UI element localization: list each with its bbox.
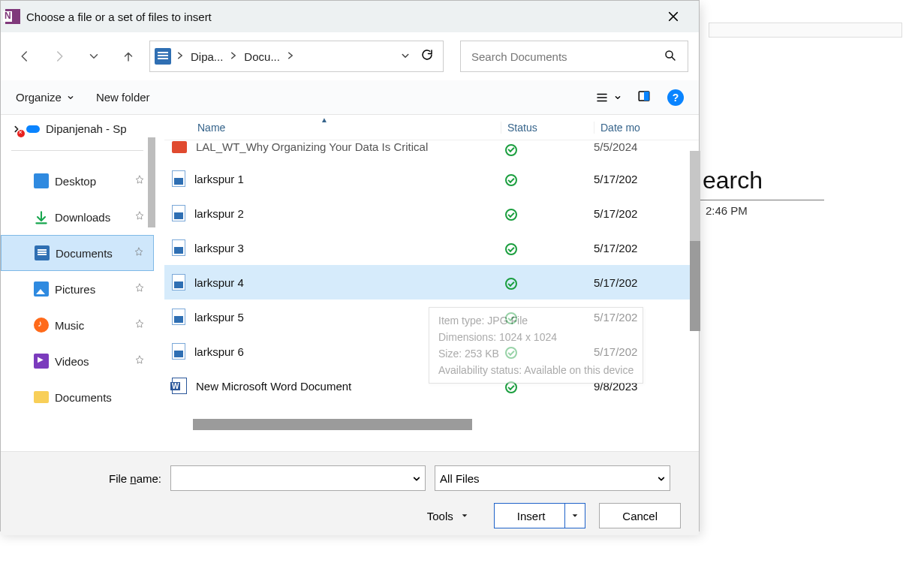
bg-title-fragment: earch: [703, 167, 763, 194]
forward-button[interactable]: [46, 43, 73, 70]
breadcrumb-seg-1[interactable]: Docu...: [242, 49, 281, 65]
close-button[interactable]: [657, 3, 690, 30]
sort-indicator-icon: ▲: [321, 116, 328, 124]
file-name: larkspur 2: [194, 207, 244, 220]
file-row[interactable]: larkspur 25/17/202: [164, 196, 699, 230]
back-button[interactable]: [11, 43, 38, 70]
image-file-icon: [172, 205, 185, 221]
file-list: Name ▲ Status Date mo LAL_WT_Why Organiz…: [154, 115, 699, 451]
tree-item-videos[interactable]: Videos: [1, 343, 154, 379]
pin-icon: [134, 283, 145, 296]
tree-item-label: Pictures: [55, 283, 95, 296]
tree-item-label: Desktop: [55, 175, 96, 188]
col-status[interactable]: Status: [501, 122, 594, 134]
file-name: larkspur 3: [194, 242, 244, 254]
image-file-icon: [172, 274, 185, 291]
status-available-icon: [505, 174, 517, 186]
status-available-icon: [505, 243, 517, 255]
new-folder-button[interactable]: New folder: [96, 91, 150, 104]
bg-divider: [698, 200, 824, 200]
docs-icon: [35, 245, 50, 260]
location-icon: [155, 48, 171, 65]
pin-icon: [134, 319, 145, 332]
address-bar[interactable]: Dipa... Docu...: [149, 41, 444, 72]
file-type-filter[interactable]: All Files: [435, 465, 670, 491]
file-name: LAL_WT_Why Organizing Your Data Is Criti…: [196, 140, 428, 153]
status-available-icon: [505, 209, 517, 221]
organize-menu[interactable]: Organize: [16, 91, 74, 104]
file-row[interactable]: LAL_WT_Why Organizing Your Data Is Criti…: [164, 140, 699, 161]
preview-pane-toggle[interactable]: [637, 89, 651, 106]
chevron-down-icon[interactable]: [413, 472, 420, 485]
folder-icon: [34, 391, 49, 403]
vertical-scrollbar-thumb[interactable]: [690, 241, 700, 331]
file-name: larkspur 6: [194, 345, 244, 358]
cloud-icon: [25, 124, 41, 134]
help-button[interactable]: ?: [667, 89, 684, 106]
breadcrumb-seg-0[interactable]: Dipa...: [189, 49, 224, 65]
recent-dropdown[interactable]: [80, 43, 107, 70]
bg-timestamp: 2:46 PM: [706, 204, 748, 217]
file-row[interactable]: larkspur 15/17/202: [164, 161, 699, 196]
file-row[interactable]: larkspur 45/17/202: [164, 265, 699, 300]
tree-divider: [11, 150, 143, 151]
insert-split-dropdown[interactable]: [564, 504, 585, 528]
pics-icon: [34, 281, 49, 297]
account-label: Dipanjenah - Sp: [46, 122, 127, 135]
tree-item-documents[interactable]: Documents: [1, 235, 154, 271]
file-date: 5/17/202: [594, 207, 699, 220]
column-headers: Name ▲ Status Date mo: [164, 115, 699, 140]
tree-item-downloads[interactable]: Downloads: [1, 199, 154, 235]
word-file-icon: [172, 378, 187, 394]
pin-icon: [134, 247, 144, 260]
file-date: 5/17/202: [594, 242, 699, 254]
file-row[interactable]: larkspur 35/17/202: [164, 230, 699, 265]
pin-icon: [134, 175, 145, 188]
tree-item-pictures[interactable]: Pictures: [1, 271, 154, 307]
tree-item-documents[interactable]: Documents: [1, 379, 154, 415]
chevron-right-icon[interactable]: [229, 50, 238, 63]
chevron-down-icon[interactable]: [658, 472, 665, 485]
cancel-button[interactable]: Cancel: [599, 503, 681, 528]
pin-icon: [134, 211, 145, 224]
file-date: 5/17/202: [594, 173, 699, 185]
tree-item-label: Documents: [55, 391, 112, 404]
file-name-input[interactable]: [170, 465, 426, 491]
tree-item-music[interactable]: Music: [1, 307, 154, 343]
onedrive-account[interactable]: Dipanjenah - Sp: [1, 119, 154, 138]
view-menu[interactable]: [595, 91, 621, 104]
file-name: New Microsoft Word Document: [196, 380, 351, 393]
bg-ribbon: [709, 23, 902, 38]
chevron-right-icon[interactable]: [176, 50, 185, 63]
address-history-dropdown[interactable]: [401, 50, 410, 63]
image-file-icon: [172, 170, 185, 187]
file-name: larkspur 1: [194, 173, 244, 185]
music-icon: [34, 318, 49, 333]
chevron-right-icon[interactable]: [286, 50, 295, 63]
file-date: 5/17/202: [594, 276, 699, 289]
horizontal-scrollbar[interactable]: [193, 419, 472, 430]
tools-menu[interactable]: Tools: [427, 510, 468, 522]
svg-point-0: [666, 51, 673, 58]
search-input[interactable]: Search Documents: [460, 41, 688, 72]
search-icon: [664, 49, 677, 65]
tree-item-label: Videos: [55, 355, 89, 368]
nav-row: Dipa... Docu... Search Documents: [1, 32, 699, 80]
col-name[interactable]: Name ▲: [164, 122, 501, 134]
tree-item-desktop[interactable]: Desktop: [1, 163, 154, 199]
col-date[interactable]: Date mo: [594, 122, 699, 134]
status-available-icon: [505, 278, 517, 290]
sync-error-icon: [17, 130, 25, 137]
onenote-icon: [5, 9, 20, 24]
status-available-icon: [505, 144, 517, 156]
dialog-footer: File name: All Files Tools Insert Cancel: [1, 451, 699, 535]
insert-button[interactable]: Insert: [494, 503, 586, 528]
file-name: larkspur 4: [194, 276, 244, 289]
refresh-button[interactable]: [420, 48, 434, 65]
image-file-icon: [172, 343, 185, 360]
toolbar: Organize New folder ?: [1, 80, 699, 115]
dl-icon: [34, 209, 49, 224]
image-file-icon: [172, 309, 185, 325]
file-open-dialog: Choose a file or a set of files to inser…: [0, 0, 700, 531]
up-button[interactable]: [115, 43, 142, 70]
